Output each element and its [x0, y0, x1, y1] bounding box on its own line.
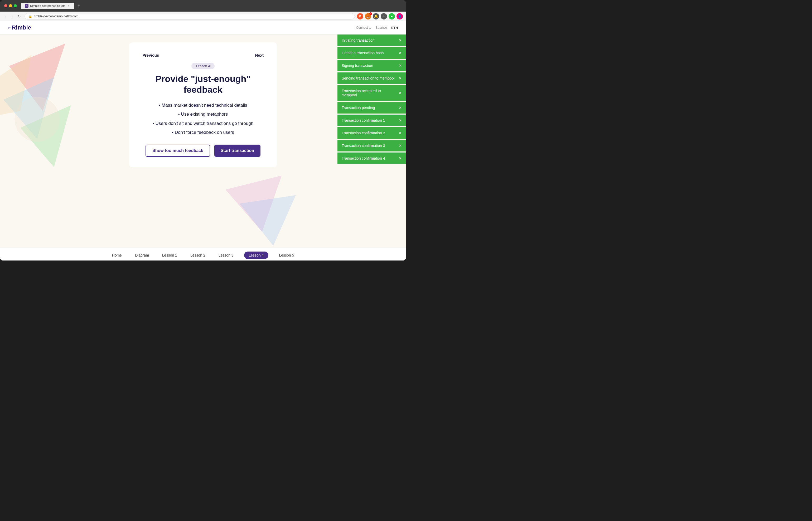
toast-initiating[interactable]: Initiating transaction ✕ [338, 35, 406, 46]
title-bar: R Rimble's conference tickets × + [0, 0, 406, 12]
toast-label: Transaction accepted to mempool [342, 89, 397, 97]
toast-close-icon[interactable]: ✕ [399, 118, 402, 122]
toast-label: Transaction pending [342, 106, 375, 110]
toast-label: Transaction confirmation 1 [342, 118, 385, 122]
toast-close-icon[interactable]: ✕ [399, 106, 402, 110]
toast-label: Transaction confirmation 4 [342, 156, 385, 160]
toast-label: Creating transaction hash [342, 51, 384, 55]
lesson-bullets: • Mass market doesn't need technical det… [142, 101, 264, 137]
toast-close-icon[interactable]: ✕ [399, 156, 402, 160]
tab-bar: R Rimble's conference tickets × + [21, 3, 82, 9]
start-transaction-button[interactable]: Start transaction [214, 144, 260, 157]
toast-close-icon[interactable]: ✕ [399, 38, 402, 42]
nav-bar: ‹ › ↻ 🔒 rimble-devcon-demo.netlify.com B… [0, 12, 406, 21]
nav-lesson-5[interactable]: Lesson 5 [276, 252, 297, 259]
header-right: Connect to Balance ETH [356, 26, 398, 30]
bottom-nav: Home Diagram Lesson 1 Lesson 2 Lesson 3 … [0, 248, 406, 260]
forward-button[interactable]: › [10, 13, 14, 20]
nav-lesson-2[interactable]: Lesson 2 [188, 252, 208, 259]
connect-label: Connect to [356, 26, 371, 29]
tab-favicon: R [25, 4, 28, 8]
logo-text: Rimble [12, 24, 31, 31]
nav-diagram[interactable]: Diagram [132, 252, 152, 259]
next-button[interactable]: Next [255, 53, 264, 58]
eth-balance: ETH [391, 26, 398, 30]
toast-close-icon[interactable]: ✕ [399, 91, 402, 95]
lesson-actions: Show too much feedback Start transaction [142, 144, 264, 157]
toast-close-icon[interactable]: ✕ [399, 51, 402, 55]
bullet-2: • Use existing metaphors [142, 110, 264, 118]
maximize-button[interactable] [14, 4, 17, 7]
tab-close-button[interactable]: × [67, 4, 71, 8]
toast-close-icon[interactable]: ✕ [399, 76, 402, 80]
nav-extensions: B 🦊 4 🔔 ℹ ● 👤 [357, 13, 403, 20]
record-icon[interactable]: ● [389, 13, 395, 20]
lesson-title: Provide "just-enough" feedback [142, 73, 264, 95]
toasts-container: Initiating transaction ✕ Creating transa… [338, 35, 406, 164]
nav-lesson-3[interactable]: Lesson 3 [216, 252, 236, 259]
show-too-much-feedback-button[interactable]: Show too much feedback [146, 144, 210, 157]
toast-pending[interactable]: Transaction pending ✕ [338, 102, 406, 114]
toast-label: Initiating transaction [342, 38, 375, 42]
brave-icon[interactable]: B [357, 13, 363, 20]
toast-label: Transaction confirmation 2 [342, 131, 385, 135]
minimize-button[interactable] [9, 4, 12, 7]
bullet-4: • Don't force feedback on users [142, 129, 264, 137]
app-header: ⌐ Rimble Connect to Balance ETH [0, 21, 406, 35]
toast-creating-hash[interactable]: Creating transaction hash ✕ [338, 47, 406, 59]
toast-label: Signing transaction [342, 64, 373, 68]
lock-icon: 🔒 [28, 15, 32, 18]
traffic-lights [4, 4, 17, 7]
nav-lesson-4[interactable]: Lesson 4 [244, 252, 269, 259]
notification-icon[interactable]: 🔔 [373, 13, 379, 20]
toast-sending-mempool[interactable]: Sending transaction to mempool ✕ [338, 72, 406, 84]
lesson-badge: Lesson 4 [191, 63, 215, 69]
content-area: Previous Next Lesson 4 Provide "just-eno… [0, 35, 406, 260]
bullet-1: • Mass market doesn't need technical det… [142, 101, 264, 110]
toast-close-icon[interactable]: ✕ [399, 143, 402, 148]
new-tab-button[interactable]: + [76, 3, 83, 9]
toast-label: Transaction confirmation 3 [342, 143, 385, 148]
logo: ⌐ Rimble [8, 24, 31, 31]
close-button[interactable] [4, 4, 7, 7]
tab-label: Rimble's conference tickets [30, 4, 65, 7]
previous-button[interactable]: Previous [142, 53, 159, 58]
logo-icon: ⌐ [8, 25, 11, 30]
address-bar[interactable]: 🔒 rimble-devcon-demo.netlify.com [24, 13, 355, 20]
balance-label: Balance [376, 26, 387, 29]
user-avatar[interactable]: 👤 [397, 13, 403, 20]
toast-confirmation-2[interactable]: Transaction confirmation 2 ✕ [338, 127, 406, 139]
browser-chrome: R Rimble's conference tickets × + ‹ › ↻ … [0, 0, 406, 21]
active-tab[interactable]: R Rimble's conference tickets × [21, 3, 74, 9]
toast-label: Sending transaction to mempool [342, 76, 395, 80]
lesson-card: Previous Next Lesson 4 Provide "just-eno… [129, 42, 277, 167]
bullet-3: • Users don't sit and watch transactions… [142, 119, 264, 128]
toast-confirmation-3[interactable]: Transaction confirmation 3 ✕ [338, 140, 406, 152]
toast-accepted-mempool[interactable]: Transaction accepted to mempool ✕ [338, 85, 406, 101]
toast-close-icon[interactable]: ✕ [399, 131, 402, 135]
reload-button[interactable]: ↻ [16, 13, 22, 20]
toast-confirmation-4[interactable]: Transaction confirmation 4 ✕ [338, 153, 406, 164]
nav-lesson-1[interactable]: Lesson 1 [159, 252, 180, 259]
metamask-badge: 4 [369, 13, 372, 15]
address-text: rimble-devcon-demo.netlify.com [34, 15, 78, 18]
metamask-icon[interactable]: 🦊 4 [365, 13, 371, 20]
toast-confirmation-1[interactable]: Transaction confirmation 1 ✕ [338, 115, 406, 126]
back-button[interactable]: ‹ [3, 13, 8, 20]
page-content: ⌐ Rimble Connect to Balance ETH Previous… [0, 21, 406, 260]
toast-signing[interactable]: Signing transaction ✕ [338, 60, 406, 71]
info-icon[interactable]: ℹ [381, 13, 387, 20]
toast-close-icon[interactable]: ✕ [399, 64, 402, 68]
nav-home[interactable]: Home [109, 252, 124, 259]
prev-next-nav: Previous Next [142, 53, 264, 58]
